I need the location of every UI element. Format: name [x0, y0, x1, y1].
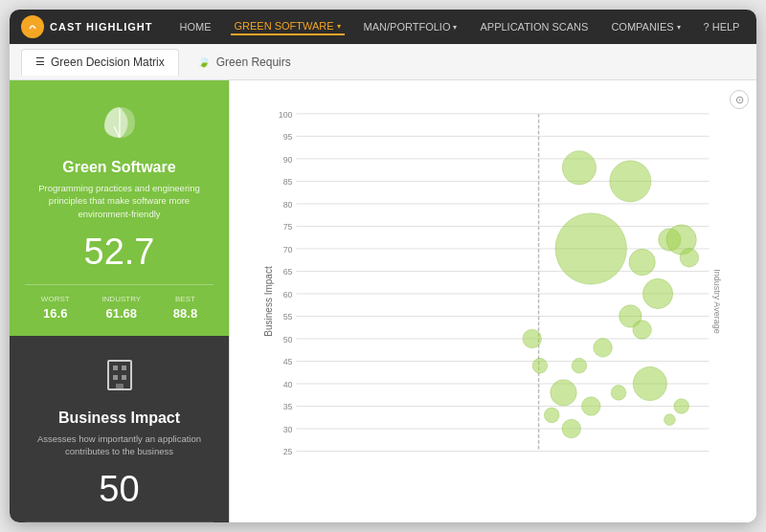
- svg-point-57: [674, 399, 689, 414]
- svg-point-42: [562, 151, 596, 185]
- tab-green-requirs[interactable]: 🍃 Green Requirs: [183, 49, 305, 76]
- building-icon: [25, 355, 214, 402]
- svg-text:70: 70: [283, 245, 293, 255]
- svg-text:65: 65: [283, 267, 293, 277]
- svg-text:60: 60: [283, 290, 293, 299]
- green-software-desc: Programming practices and engineering pr…: [25, 182, 214, 220]
- stat-best: BEST 88.8: [173, 295, 197, 321]
- svg-text:90: 90: [283, 155, 293, 165]
- tab-green-decision-matrix[interactable]: ☰ Green Decision Matrix: [21, 49, 179, 76]
- logo-icon: [21, 15, 44, 38]
- svg-point-53: [581, 397, 600, 416]
- business-impact-score: 50: [25, 469, 214, 510]
- logo: CAST HIGHLIGHT: [21, 15, 153, 38]
- leaf-icon: 🍃: [197, 55, 211, 68]
- svg-point-62: [523, 329, 542, 348]
- logo-text: CAST HIGHLIGHT: [50, 21, 153, 33]
- green-software-score: 52.7: [25, 232, 214, 273]
- main-content: Green Software Programming practices and…: [10, 80, 756, 522]
- svg-point-52: [551, 380, 576, 406]
- business-impact-title: Business Impact: [25, 410, 214, 427]
- question-icon: ?: [704, 21, 710, 33]
- svg-text:85: 85: [283, 177, 293, 187]
- svg-point-43: [610, 161, 651, 202]
- green-software-stats: WORST 16.6 INDUSTRY 61.68 BEST 88.8: [25, 284, 214, 321]
- svg-text:50: 50: [283, 335, 293, 344]
- svg-point-60: [544, 408, 559, 423]
- svg-point-63: [532, 358, 548, 373]
- svg-point-45: [629, 249, 655, 275]
- leaf-icon: [25, 100, 214, 151]
- svg-point-56: [664, 414, 675, 426]
- svg-point-59: [680, 249, 699, 268]
- svg-point-51: [572, 358, 587, 373]
- chevron-down-icon: ▾: [337, 22, 341, 31]
- green-software-title: Green Software: [25, 159, 214, 176]
- nav-green-software[interactable]: GREEN SOFTWARE ▾: [231, 18, 345, 35]
- nav-app-scans[interactable]: APPLICATION SCANS: [476, 19, 592, 34]
- svg-rect-7: [122, 375, 126, 380]
- table-icon: ☰: [35, 55, 45, 68]
- svg-point-49: [633, 321, 652, 340]
- business-impact-desc: Assesses how importantly an application …: [25, 432, 214, 458]
- svg-point-54: [611, 386, 626, 401]
- navbar: CAST HIGHLIGHT HOME GREEN SOFTWARE ▾ MAN…: [10, 10, 756, 44]
- svg-text:40: 40: [283, 380, 293, 389]
- svg-text:55: 55: [283, 312, 293, 321]
- nav-portfolio[interactable]: MAN/PORTFOLIO ▾: [360, 19, 462, 34]
- svg-text:35: 35: [283, 402, 293, 411]
- gear-icon: ⊙: [735, 94, 744, 106]
- nav-help[interactable]: ? HELP: [700, 19, 744, 34]
- chart-area: Business Impact Industry Average ⊙ 25303…: [230, 80, 756, 522]
- business-impact-stats: LOWEST 1 AVERAGE 50 HIGHEST 99: [25, 521, 214, 522]
- settings-button[interactable]: ⊙: [730, 90, 749, 109]
- svg-text:100: 100: [279, 110, 293, 120]
- svg-text:45: 45: [283, 357, 293, 366]
- nav-home[interactable]: HOME: [176, 19, 215, 34]
- stat-industry: INDUSTRY 61.68: [101, 295, 141, 321]
- nav-companies[interactable]: COMPANIES ▾: [607, 19, 684, 34]
- stat-worst: WORST 16.6: [41, 295, 70, 321]
- svg-point-55: [633, 366, 666, 400]
- svg-text:30: 30: [283, 425, 293, 434]
- svg-rect-6: [113, 375, 118, 380]
- svg-point-0: [26, 20, 39, 33]
- svg-text:95: 95: [283, 132, 293, 142]
- chevron-down-icon: ▾: [677, 23, 681, 32]
- svg-text:25: 25: [283, 447, 293, 456]
- chevron-down-icon: ▾: [453, 23, 457, 32]
- svg-point-47: [642, 278, 672, 308]
- svg-rect-8: [116, 384, 124, 389]
- svg-text:80: 80: [283, 200, 293, 210]
- bubble-chart: 253035404550556065707580859095100: [268, 90, 728, 494]
- tab-bar: ☰ Green Decision Matrix 🍃 Green Requirs: [10, 44, 756, 80]
- business-impact-card: Business Impact Assesses how importantly…: [10, 336, 229, 522]
- app-window: CAST HIGHLIGHT HOME GREEN SOFTWARE ▾ MAN…: [10, 10, 756, 522]
- svg-rect-4: [113, 366, 118, 370]
- svg-text:75: 75: [283, 222, 293, 232]
- svg-point-50: [594, 339, 613, 358]
- x-axis-label: Industry Average: [711, 269, 721, 333]
- svg-point-44: [555, 213, 626, 284]
- green-software-card: Green Software Programming practices and…: [10, 80, 229, 336]
- svg-rect-5: [122, 366, 126, 370]
- svg-point-61: [562, 419, 581, 438]
- y-axis-label: Business Impact: [263, 266, 274, 336]
- left-panel: Green Software Programming practices and…: [10, 80, 230, 522]
